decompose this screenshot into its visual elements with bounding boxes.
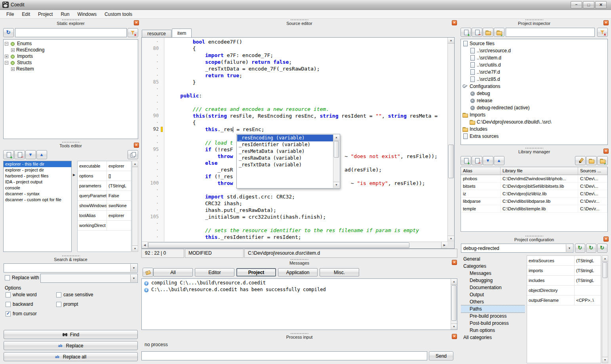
category-item-post-build-process[interactable]: Post-build process <box>461 320 525 327</box>
tree-item-src-z85-d[interactable]: ..\src\z85.d <box>461 76 607 83</box>
dock-grip[interactable] <box>62 255 80 257</box>
option-checkbox-from-cursor[interactable]: from cursor <box>6 311 56 316</box>
tree-item-imports[interactable]: Imports <box>461 111 607 118</box>
code-line[interactable]: import e7F: encode_7F; <box>168 52 447 59</box>
dock-grip[interactable] <box>62 141 80 143</box>
open-library-folder-button[interactable] <box>586 156 597 165</box>
menu-item-edit[interactable]: Edit <box>18 10 34 18</box>
category-item-run-options[interactable]: Run options <box>461 327 525 334</box>
menu-item-project[interactable]: Project <box>34 10 57 18</box>
panel-close-button[interactable] <box>452 20 457 25</box>
filter-editor-button[interactable]: Editor <box>195 268 234 276</box>
scroll-up-button[interactable] <box>333 135 339 141</box>
code-line[interactable]: scope(failure) return false; <box>168 59 447 65</box>
messages-list[interactable]: compiling C:\...\build\resource.d.coedit… <box>141 278 457 330</box>
property-row-executable[interactable]: executableexplorer <box>78 161 131 171</box>
table-row-bitsets[interactable]: bitsetsC:\Dev\dproj\bitSet\lib\bitsets.l… <box>461 183 607 190</box>
tree-item-includes[interactable]: Includes <box>461 126 607 133</box>
close-button[interactable] <box>595 1 607 8</box>
property-value[interactable]: (TStringL <box>107 181 131 191</box>
menu-item-windows[interactable]: Windows <box>73 10 101 18</box>
dock-grip[interactable] <box>525 19 543 21</box>
dropdown-arrow-icon[interactable] <box>566 244 573 252</box>
completion-scrollbar[interactable] <box>333 135 339 188</box>
menu-item-custom-tools[interactable]: Custom tools <box>101 10 136 18</box>
tab-item[interactable]: item <box>172 29 192 37</box>
send-button[interactable]: Send <box>429 351 453 360</box>
property-value[interactable]: (TStringL <box>575 256 601 265</box>
minimize-button[interactable] <box>571 1 582 8</box>
panel-close-button[interactable] <box>452 334 457 339</box>
option-checkbox-prompt[interactable]: prompt <box>56 301 137 307</box>
filter-application-button[interactable]: Application <box>278 268 318 276</box>
expander-icon[interactable]: + <box>11 48 15 52</box>
move-library-up-button[interactable] <box>494 156 504 165</box>
table-row-temple[interactable]: templeC:\Dev\dlibs\temple.libC:\Dev\r... <box>461 205 607 213</box>
code-line[interactable]: this._res = resEnc; <box>168 126 447 133</box>
expander-icon[interactable]: − <box>5 61 8 65</box>
code-line[interactable] <box>168 99 447 106</box>
property-value[interactable]: explorer <box>107 161 131 171</box>
replace-button[interactable]: Replace <box>4 341 138 350</box>
tree-item-src-resource-d[interactable]: ..\src\resource.d <box>461 47 607 54</box>
panel-close-button[interactable] <box>603 149 609 154</box>
filter-misc-button[interactable]: Misc. <box>320 268 359 276</box>
symbol-filter-input[interactable] <box>15 28 127 37</box>
tab-resource[interactable]: resource <box>142 30 171 37</box>
menu-item-file[interactable]: File <box>2 10 18 18</box>
tree-item-src-item-d[interactable]: ..\src\item.d <box>461 54 607 61</box>
tree-item-resencoding[interactable]: +ResEncoding <box>4 47 138 53</box>
tree-item-configurations[interactable]: Configurations <box>461 83 607 90</box>
code-line[interactable]: _initialSum = crc322uint(ihash.finish); <box>168 213 447 220</box>
scrollbar-thumb[interactable] <box>451 285 457 321</box>
tree-item-src-utils-d[interactable]: ..\src\utils.d <box>461 61 607 69</box>
tools-list[interactable]: explorer - this file direxplorer - proje… <box>3 161 72 252</box>
property-row-parameters[interactable]: parameters(TStringL <box>78 181 131 191</box>
configuration-property-grid[interactable]: extraSources(TStringLimports(TStringLinc… <box>527 255 601 363</box>
scroll-right-button[interactable] <box>441 242 447 248</box>
property-row-queryparamet[interactable]: queryParametFalse <box>78 191 131 201</box>
code-line[interactable]: { <box>168 45 447 52</box>
symbol-tree[interactable]: −Enums+ResEncoding+Imports−Structs+ResIt… <box>3 39 138 139</box>
configuration-categories[interactable]: GeneralCategoriesMessagesDebuggingDocume… <box>461 255 525 363</box>
replace-all-button[interactable]: Replace all <box>4 352 138 361</box>
tree-item-c-dev-dproj-resource-d-build-src[interactable]: C:\Dev\dproj\resource.d\build\..\src\ <box>461 118 607 126</box>
property-value[interactable]: swoNone <box>107 201 131 210</box>
completion-item-residentifier-variable[interactable]: _resIdentifier (variable) <box>237 141 333 148</box>
option-checkbox-whole-word[interactable]: whole word <box>6 292 56 297</box>
table-row-libdparse[interactable]: libdparseC:\Dev\dlibs\libdparse.libC:\De… <box>461 198 607 205</box>
scroll-up-button[interactable] <box>448 38 454 44</box>
option-checkbox-backward[interactable]: backward <box>6 301 56 307</box>
move-tool-down-button[interactable] <box>25 150 36 159</box>
code-line[interactable]: import std.digest.crc: CRC32; <box>168 193 447 200</box>
tree-item-release[interactable]: release <box>461 97 607 104</box>
table-row-phobos[interactable]: phobosC:\Dev\dmd2\windows\lib\phob...C:\… <box>461 175 607 183</box>
code-line[interactable]: { <box>168 119 447 126</box>
code-line[interactable]: CRC32 ihash; <box>168 200 447 207</box>
tree-item-source-files[interactable]: Source files <box>461 40 607 47</box>
dock-grip[interactable] <box>525 235 543 237</box>
move-library-down-button[interactable] <box>483 156 493 165</box>
dock-grip[interactable] <box>62 19 80 21</box>
clear-filter-button[interactable] <box>597 28 608 37</box>
tool-property-grid[interactable]: executableexploreroptions[]parameters(TS… <box>77 161 131 252</box>
scroll-up-button[interactable] <box>451 279 457 285</box>
tree-item-extra-sources[interactable]: Extra sources <box>461 133 607 140</box>
replace-text-combo[interactable] <box>40 274 138 283</box>
apply-configuration-button[interactable] <box>597 244 607 253</box>
tree-item-debug-redirected-active[interactable]: debug-redirected (active) <box>461 104 607 111</box>
scrollbar-thumb[interactable] <box>334 141 339 158</box>
completion-item-resmetadata-variable[interactable]: _resMetaData (variable) <box>237 148 333 155</box>
category-item-pre-build-process[interactable]: Pre-build process <box>461 313 525 320</box>
project-tree[interactable]: Source files..\src\resource.d..\src\item… <box>461 39 608 145</box>
property-value[interactable] <box>107 221 131 230</box>
code-line[interactable]: this(string resFile, ResEncoding resEnc,… <box>168 112 447 119</box>
title-bar[interactable]: Coedit <box>0 0 611 10</box>
code-line[interactable]: ihash.put(_resRawData); <box>168 207 447 213</box>
code-line[interactable]: return true; <box>168 72 447 79</box>
scrollbar-thumb[interactable] <box>603 262 607 278</box>
property-value[interactable]: <CPP>..\ <box>575 295 601 305</box>
expander-icon[interactable]: − <box>5 42 8 46</box>
tool-list-item-dscanner-syntax[interactable]: dscanner - syntax <box>4 191 71 197</box>
maximize-button[interactable] <box>583 1 594 8</box>
